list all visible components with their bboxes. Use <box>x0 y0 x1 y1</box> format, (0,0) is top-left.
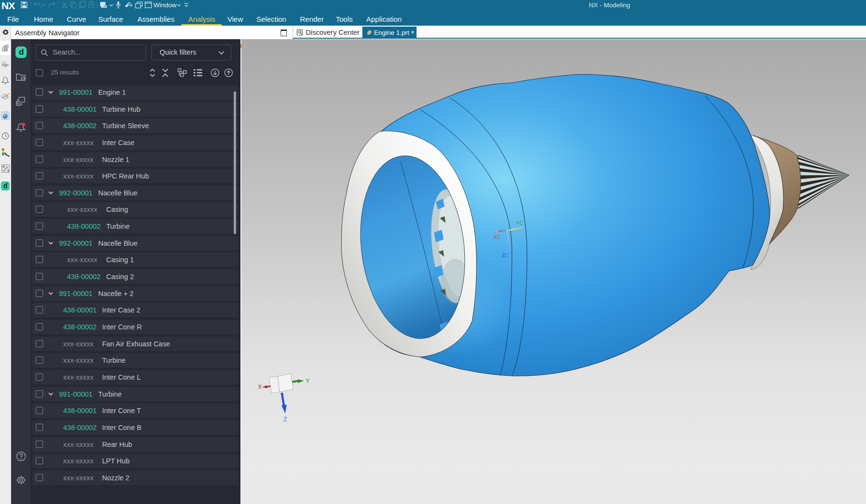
svg-text:ZC: ZC <box>502 253 508 258</box>
svg-text:YC: YC <box>516 221 523 226</box>
svg-text:Y: Y <box>306 378 310 385</box>
svg-text:X: X <box>258 384 262 390</box>
svg-text:XC: XC <box>493 235 500 240</box>
svg-text:Z: Z <box>284 416 287 423</box>
